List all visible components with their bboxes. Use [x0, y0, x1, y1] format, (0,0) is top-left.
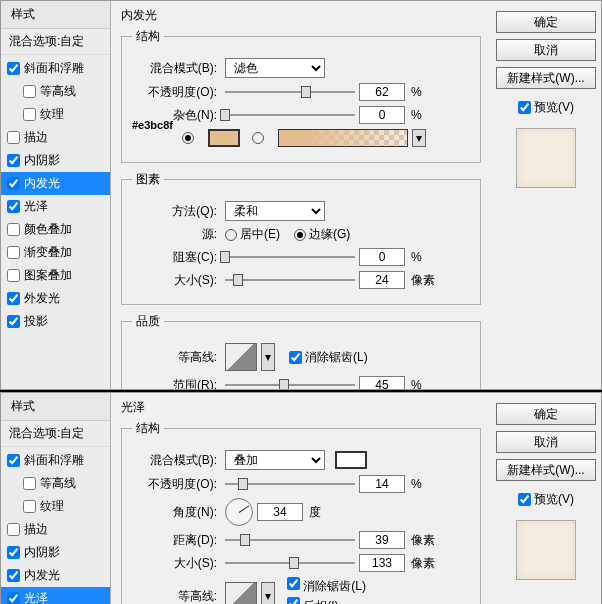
style-checkbox[interactable] — [7, 154, 20, 167]
style-item-斜面和浮雕[interactable]: 斜面和浮雕 — [1, 57, 110, 80]
color-source-solid[interactable] — [182, 132, 194, 144]
style-checkbox[interactable] — [7, 592, 20, 604]
style-item-外发光[interactable]: 外发光 — [1, 287, 110, 310]
contour-label: 等高线: — [132, 588, 217, 605]
noise-input[interactable] — [359, 106, 405, 124]
style-checkbox[interactable] — [7, 569, 20, 582]
source-center-radio[interactable]: 居中(E) — [225, 226, 280, 243]
structure-legend: 结构 — [132, 420, 164, 437]
elements-legend: 图素 — [132, 171, 164, 188]
contour-thumbnail[interactable] — [225, 582, 257, 604]
range-input[interactable] — [359, 376, 405, 389]
color-swatch[interactable] — [335, 451, 367, 469]
distance-slider[interactable] — [225, 532, 355, 548]
style-checkbox[interactable] — [23, 500, 36, 513]
size-input[interactable] — [359, 554, 405, 572]
blend-mode-select[interactable]: 叠加 — [225, 450, 325, 470]
new-style-button[interactable]: 新建样式(W)... — [496, 459, 596, 481]
source-edge-radio[interactable]: 边缘(G) — [294, 226, 350, 243]
source-label: 源: — [132, 226, 217, 243]
styles-list: 斜面和浮雕等高线纹理描边内阴影内发光光泽颜色叠加渐变叠加图案叠加外发光投影 — [1, 55, 110, 335]
antialias-check[interactable]: 消除锯齿(L) — [287, 577, 366, 595]
cancel-button[interactable]: 取消 — [496, 39, 596, 61]
style-checkbox[interactable] — [7, 315, 20, 328]
ok-button[interactable]: 确定 — [496, 403, 596, 425]
style-item-光泽[interactable]: 光泽 — [1, 587, 110, 604]
style-checkbox[interactable] — [7, 200, 20, 213]
size-slider[interactable] — [225, 555, 355, 571]
contour-thumbnail[interactable] — [225, 343, 257, 371]
style-item-内阴影[interactable]: 内阴影 — [1, 541, 110, 564]
style-item-纹理[interactable]: 纹理 — [1, 103, 110, 126]
contour-dropdown[interactable]: ▾ — [261, 582, 275, 604]
distance-input[interactable] — [359, 531, 405, 549]
style-item-等高线[interactable]: 等高线 — [1, 80, 110, 103]
opacity-slider[interactable] — [225, 84, 355, 100]
size-label: 大小(S): — [132, 555, 217, 572]
style-checkbox[interactable] — [7, 246, 20, 259]
style-item-投影[interactable]: 投影 — [1, 310, 110, 333]
invert-check[interactable]: 反相(I) — [287, 597, 366, 604]
style-checkbox[interactable] — [7, 546, 20, 559]
style-checkbox[interactable] — [7, 177, 20, 190]
contour-dropdown[interactable]: ▾ — [261, 343, 275, 371]
style-checkbox[interactable] — [7, 223, 20, 236]
blend-mode-select[interactable]: 滤色 — [225, 58, 325, 78]
choke-slider[interactable] — [225, 249, 355, 265]
style-label: 渐变叠加 — [24, 244, 72, 261]
content-panel: 光泽 结构 混合模式(B): 叠加 不透明度(O): % 角度(N): 度 距 — [111, 393, 491, 604]
style-checkbox[interactable] — [7, 523, 20, 536]
blend-options-row[interactable]: 混合选项:自定 — [1, 421, 110, 447]
color-swatch[interactable] — [208, 129, 240, 147]
style-item-等高线[interactable]: 等高线 — [1, 472, 110, 495]
gradient-preview[interactable] — [278, 129, 408, 147]
gradient-dropdown[interactable]: ▾ — [412, 129, 426, 147]
color-source-gradient[interactable] — [252, 132, 264, 144]
antialias-check[interactable]: 消除锯齿(L) — [289, 349, 368, 366]
new-style-button[interactable]: 新建样式(W)... — [496, 67, 596, 89]
style-item-内发光[interactable]: 内发光 — [1, 564, 110, 587]
blend-mode-label: 混合模式(B): — [132, 60, 217, 77]
style-item-内阴影[interactable]: 内阴影 — [1, 149, 110, 172]
style-item-图案叠加[interactable]: 图案叠加 — [1, 264, 110, 287]
size-slider[interactable] — [225, 272, 355, 288]
cancel-button[interactable]: 取消 — [496, 431, 596, 453]
elements-group: 图素 方法(Q): 柔和 源: 居中(E) 边缘(G) 阻塞(C): % 大小(… — [121, 171, 481, 305]
preview-check[interactable]: 预览(V) — [518, 99, 574, 116]
style-checkbox[interactable] — [7, 131, 20, 144]
size-label: 大小(S): — [132, 272, 217, 289]
style-label: 光泽 — [24, 198, 48, 215]
style-label: 斜面和浮雕 — [24, 452, 84, 469]
style-item-渐变叠加[interactable]: 渐变叠加 — [1, 241, 110, 264]
style-label: 内发光 — [24, 175, 60, 192]
style-item-内发光[interactable]: 内发光 — [1, 172, 110, 195]
angle-input[interactable] — [257, 503, 303, 521]
style-checkbox[interactable] — [7, 292, 20, 305]
right-panel: 确定 取消 新建样式(W)... 预览(V) — [491, 1, 601, 389]
style-checkbox[interactable] — [7, 62, 20, 75]
size-input[interactable] — [359, 271, 405, 289]
style-item-描边[interactable]: 描边 — [1, 126, 110, 149]
style-item-光泽[interactable]: 光泽 — [1, 195, 110, 218]
style-item-纹理[interactable]: 纹理 — [1, 495, 110, 518]
style-checkbox[interactable] — [23, 477, 36, 490]
style-checkbox[interactable] — [7, 269, 20, 282]
noise-slider[interactable] — [225, 107, 355, 123]
style-item-斜面和浮雕[interactable]: 斜面和浮雕 — [1, 449, 110, 472]
style-checkbox[interactable] — [7, 454, 20, 467]
opacity-input[interactable] — [359, 83, 405, 101]
blend-options-row[interactable]: 混合选项:自定 — [1, 29, 110, 55]
style-checkbox[interactable] — [23, 85, 36, 98]
range-slider[interactable] — [225, 377, 355, 389]
style-item-颜色叠加[interactable]: 颜色叠加 — [1, 218, 110, 241]
method-select[interactable]: 柔和 — [225, 201, 325, 221]
style-item-描边[interactable]: 描边 — [1, 518, 110, 541]
opacity-slider[interactable] — [225, 476, 355, 492]
angle-dial[interactable] — [225, 498, 253, 526]
style-label: 投影 — [24, 313, 48, 330]
preview-check[interactable]: 预览(V) — [518, 491, 574, 508]
choke-input[interactable] — [359, 248, 405, 266]
ok-button[interactable]: 确定 — [496, 11, 596, 33]
style-checkbox[interactable] — [23, 108, 36, 121]
opacity-input[interactable] — [359, 475, 405, 493]
